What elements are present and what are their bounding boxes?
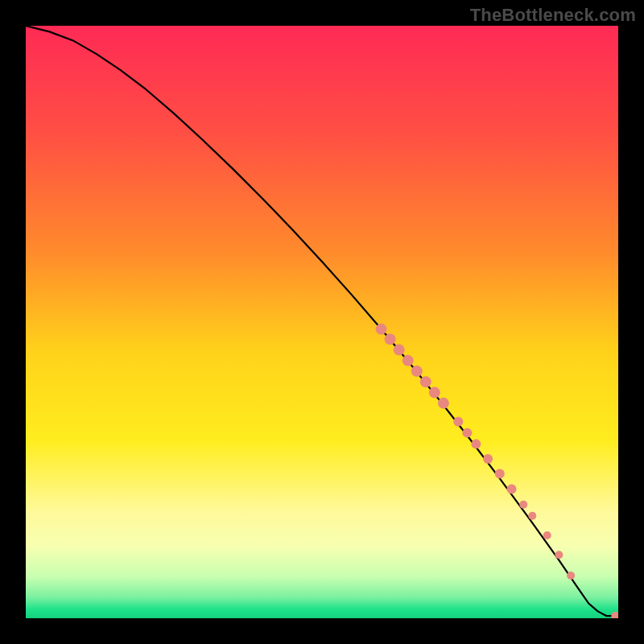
data-dot [438, 398, 449, 409]
data-dot [471, 440, 481, 449]
data-dot [453, 417, 463, 427]
data-dot [519, 501, 527, 509]
data-dot [402, 355, 414, 366]
data-dot [411, 365, 423, 377]
data-dot [429, 387, 440, 398]
data-dot [555, 551, 563, 559]
data-dot [543, 531, 551, 539]
gradient-background [26, 26, 618, 618]
data-dot [483, 454, 493, 464]
data-dot [420, 376, 431, 387]
data-dot [394, 345, 405, 356]
data-dot [528, 512, 536, 520]
data-dot [507, 485, 517, 494]
data-dot [495, 469, 505, 478]
data-dot [567, 572, 575, 580]
attribution-text: TheBottleneck.com [470, 5, 636, 26]
data-dot [462, 428, 472, 438]
chart-svg [26, 26, 618, 618]
data-dot [376, 324, 387, 335]
chart-frame [26, 26, 618, 618]
data-dot [385, 333, 396, 345]
